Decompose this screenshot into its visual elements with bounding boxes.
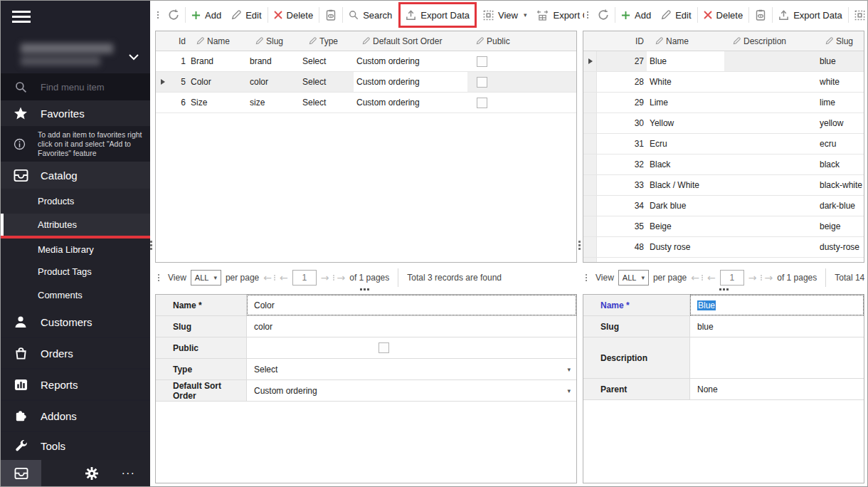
sidebar-item-product-tags[interactable]: Product Tags xyxy=(1,261,150,283)
products-label: Products xyxy=(38,196,74,206)
table-row[interactable]: 1 Brand brand Select Custom ordering xyxy=(156,51,576,72)
sidebar-item-attributes[interactable]: Attributes xyxy=(1,214,150,236)
column-header-public[interactable]: Public xyxy=(467,31,576,51)
first-page-button[interactable]: ← xyxy=(263,273,272,283)
total-records-label: Total 3 records are found xyxy=(407,273,502,283)
refresh-icon xyxy=(598,9,609,21)
form-splitter-handle[interactable] xyxy=(360,288,369,290)
next-page-button[interactable]: → xyxy=(748,273,757,283)
view-dropdown[interactable]: View▾ xyxy=(478,4,531,26)
column-header-name[interactable]: Name xyxy=(188,31,247,51)
view-dropdown[interactable]: View▾ xyxy=(850,4,868,26)
account-selector[interactable] xyxy=(1,36,150,73)
panel-splitter-handle[interactable] xyxy=(578,241,581,250)
clipboard-eye-icon xyxy=(325,9,337,21)
catalog-shortcut-icon[interactable] xyxy=(1,460,41,487)
public-checkbox[interactable] xyxy=(477,77,487,88)
column-header-type[interactable]: Type xyxy=(300,31,354,51)
table-row[interactable]: 32Blackblack xyxy=(583,155,864,175)
export-data-button[interactable]: Export Data xyxy=(401,4,475,26)
slug-field[interactable]: color xyxy=(247,316,576,337)
add-button[interactable]: Add xyxy=(616,4,656,26)
sidebar-item-comments[interactable]: Comments xyxy=(1,283,150,307)
last-page-button[interactable]: → xyxy=(764,273,773,283)
plus-icon xyxy=(191,11,201,20)
sidebar: Favorites To add an item to favorites ri… xyxy=(1,1,150,486)
prev-page-button[interactable]: ← xyxy=(707,273,716,283)
parent-field[interactable]: None xyxy=(690,379,864,399)
table-row[interactable]: 35Beigebeige xyxy=(583,216,864,237)
sidebar-item-customers[interactable]: Customers xyxy=(1,307,150,337)
sidebar-item-orders[interactable]: Orders xyxy=(1,338,150,368)
table-row[interactable]: 28Whitewhite xyxy=(583,72,864,93)
refresh-button[interactable] xyxy=(593,4,614,26)
public-checkbox[interactable] xyxy=(477,98,487,108)
table-row[interactable]: 48Dusty rosedusty-rose xyxy=(583,237,864,258)
delete-button[interactable]: Delete xyxy=(269,4,319,26)
column-header-slug[interactable]: Slug xyxy=(817,31,864,51)
pager-drag-handle[interactable] xyxy=(586,274,587,281)
table-row[interactable]: 6 Size size Select Custom ordering xyxy=(156,93,576,113)
description-field[interactable] xyxy=(690,337,864,378)
public-checkbox[interactable] xyxy=(379,342,389,353)
delete-button[interactable]: Delete xyxy=(699,4,748,26)
clipboard-preview-button[interactable] xyxy=(750,4,771,26)
slug-field[interactable]: blue xyxy=(690,316,864,337)
sort-order-select[interactable]: Custom ordering▾ xyxy=(247,380,576,401)
form-splitter-handle[interactable] xyxy=(719,288,729,290)
column-header-slug[interactable]: Slug xyxy=(247,31,300,51)
panel-splitter-handle[interactable] xyxy=(150,241,152,250)
type-select[interactable]: Select▾ xyxy=(247,359,576,379)
pencil-icon xyxy=(825,37,833,45)
last-page-button[interactable]: → xyxy=(337,273,345,283)
page-number-input[interactable] xyxy=(720,270,744,286)
sidebar-item-addons[interactable]: Addons xyxy=(1,401,150,431)
table-row[interactable]: 31Ecruecru xyxy=(583,134,864,155)
gear-icon[interactable] xyxy=(85,466,99,483)
active-edit-cell: Blue xyxy=(647,51,724,71)
export-data-button[interactable]: Export Data xyxy=(773,4,847,26)
hamburger-menu-icon[interactable] xyxy=(12,11,31,26)
page-number-input[interactable] xyxy=(292,270,317,286)
sidebar-item-products[interactable]: Products xyxy=(1,189,150,214)
table-row[interactable]: 29Limelime xyxy=(583,93,864,113)
sidebar-item-reports[interactable]: Reports xyxy=(1,370,150,399)
table-row-selected[interactable]: 27 Blue blue xyxy=(583,51,864,72)
name-field[interactable]: Color xyxy=(247,295,576,315)
column-header-description[interactable]: Description xyxy=(724,31,817,51)
column-header-id[interactable]: ID xyxy=(597,31,647,51)
sidebar-item-favorites[interactable]: Favorites xyxy=(1,100,150,126)
sidebar-item-catalog[interactable]: Catalog xyxy=(1,162,150,189)
edit-button[interactable]: Edit xyxy=(226,4,266,26)
toolbar-drag-handle[interactable] xyxy=(587,11,588,19)
refresh-button[interactable] xyxy=(163,4,184,26)
next-page-button[interactable]: → xyxy=(321,273,329,283)
table-row[interactable]: 33Black / Whiteblack-white xyxy=(583,175,864,196)
column-header-id[interactable]: Id xyxy=(169,31,188,51)
search-button[interactable]: Search xyxy=(344,4,397,26)
table-row[interactable]: 30Yellowyellow xyxy=(583,113,864,134)
search-input[interactable] xyxy=(41,82,140,93)
pager-drag-handle[interactable] xyxy=(158,274,159,281)
more-options-ellipsis[interactable]: ... xyxy=(122,464,135,477)
first-page-button[interactable]: ← xyxy=(691,273,699,283)
attribute-values-grid: ID Name Description Slug 27 Blue blue 28… xyxy=(583,31,864,263)
prev-page-button[interactable]: ← xyxy=(280,273,288,283)
page-size-select[interactable]: ALL▾ xyxy=(191,270,221,286)
chevron-down-icon[interactable] xyxy=(129,51,139,63)
toolbar-drag-handle[interactable] xyxy=(157,11,159,19)
pencil-icon xyxy=(655,37,663,45)
sidebar-item-media-library[interactable]: Media Library xyxy=(1,239,150,261)
sidebar-item-tools[interactable]: Tools xyxy=(1,432,150,460)
grid-view-icon xyxy=(483,10,494,21)
column-header-sort[interactable]: Default Sort Order xyxy=(354,31,467,51)
add-button[interactable]: Add xyxy=(186,4,226,26)
public-checkbox[interactable] xyxy=(477,56,487,67)
edit-button[interactable]: Edit xyxy=(656,4,696,26)
clipboard-preview-button[interactable] xyxy=(320,4,342,26)
table-row[interactable]: 34Dark bluedark-blue xyxy=(583,196,864,216)
column-header-name[interactable]: Name xyxy=(647,31,724,51)
table-row-selected[interactable]: 5 Color color Select Custom ordering xyxy=(156,72,576,93)
page-size-select[interactable]: ALL▾ xyxy=(618,270,649,286)
name-field[interactable]: Blue xyxy=(690,295,864,315)
